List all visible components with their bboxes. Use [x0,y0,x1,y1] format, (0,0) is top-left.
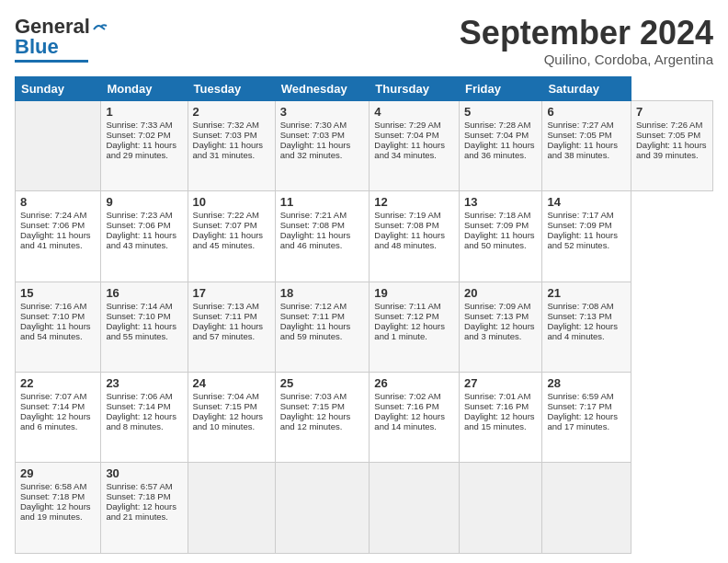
day-info: Sunrise: 7:33 AM [106,120,182,130]
day-number: 10 [193,195,270,209]
day-info: Daylight: 12 hours [193,411,270,421]
day-info: and 59 minutes. [280,331,365,341]
calendar-cell: 8Sunrise: 7:24 AMSunset: 7:06 PMDaylight… [16,191,101,282]
day-number: 2 [193,105,270,119]
day-info: Sunset: 7:06 PM [106,220,182,230]
calendar-cell: 25Sunrise: 7:03 AMSunset: 7:15 PMDayligh… [275,373,370,463]
day-number: 17 [193,286,270,300]
day-info: Sunrise: 6:58 AM [20,481,96,491]
day-number: 27 [464,376,537,390]
day-info: and 57 minutes. [193,331,270,341]
top-section: General Blue September 2024 Quilino, Cor… [15,15,713,67]
day-info: Daylight: 11 hours [280,140,365,150]
day-info: and 48 minutes. [374,240,454,250]
day-info: Sunrise: 7:06 AM [106,391,182,401]
day-info: Daylight: 11 hours [280,230,365,240]
calendar-cell: 28Sunrise: 6:59 AMSunset: 7:17 PMDayligh… [542,373,631,463]
day-info: Daylight: 11 hours [547,140,626,150]
day-info: Sunrise: 6:57 AM [106,481,182,491]
logo-blue: Blue [15,35,108,59]
day-info: and 3 minutes. [464,331,537,341]
day-info: Daylight: 11 hours [106,321,182,331]
day-number: 24 [193,376,270,390]
day-number: 16 [106,286,182,300]
day-number: 21 [547,286,626,300]
day-info: and 31 minutes. [193,150,270,160]
day-info: Sunset: 7:12 PM [374,311,454,321]
day-info: Sunset: 7:05 PM [547,130,626,140]
day-info: Sunrise: 7:26 AM [636,120,708,130]
day-info: Daylight: 11 hours [374,230,454,240]
day-info: Sunset: 7:04 PM [464,130,537,140]
calendar-week-1: 8Sunrise: 7:24 AMSunset: 7:06 PMDaylight… [16,191,713,282]
calendar-cell: 14Sunrise: 7:17 AMSunset: 7:09 PMDayligh… [542,191,631,282]
day-info: Sunrise: 7:19 AM [374,210,454,220]
calendar-header-saturday: Saturday [542,76,631,100]
day-info: Sunset: 7:04 PM [374,130,454,140]
logo: General Blue [15,15,108,63]
calendar-header-friday: Friday [459,76,541,100]
day-number: 11 [280,195,365,209]
calendar-cell [275,463,370,554]
calendar-header-tuesday: Tuesday [188,76,275,100]
calendar-cell: 22Sunrise: 7:07 AMSunset: 7:14 PMDayligh… [16,373,101,463]
calendar-cell: 11Sunrise: 7:21 AMSunset: 7:08 PMDayligh… [275,191,370,282]
day-info: Daylight: 11 hours [193,230,270,240]
day-info: Sunset: 7:06 PM [20,220,96,230]
day-number: 19 [374,286,454,300]
calendar-cell [188,463,275,554]
day-info: Sunset: 7:15 PM [280,401,365,411]
day-info: Daylight: 12 hours [106,501,182,511]
calendar-week-4: 29Sunrise: 6:58 AMSunset: 7:18 PMDayligh… [16,463,713,554]
day-info: Sunrise: 7:18 AM [464,210,537,220]
day-info: Sunrise: 7:03 AM [280,391,365,401]
day-info: Daylight: 12 hours [20,501,96,511]
day-info: Daylight: 12 hours [464,411,537,421]
title-section: September 2024 Quilino, Cordoba, Argenti… [460,15,713,67]
day-info: Daylight: 12 hours [20,411,96,421]
day-info: Sunrise: 7:12 AM [280,301,365,311]
day-info: Sunset: 7:08 PM [374,220,454,230]
calendar-cell: 21Sunrise: 7:08 AMSunset: 7:13 PMDayligh… [542,282,631,372]
calendar-cell: 16Sunrise: 7:14 AMSunset: 7:10 PMDayligh… [101,282,188,372]
day-info: and 10 minutes. [193,421,270,431]
day-info: Sunset: 7:16 PM [374,401,454,411]
calendar-week-2: 15Sunrise: 7:16 AMSunset: 7:10 PMDayligh… [16,282,713,372]
calendar-week-3: 22Sunrise: 7:07 AMSunset: 7:14 PMDayligh… [16,373,713,463]
day-number: 4 [374,105,454,119]
day-info: Sunrise: 7:17 AM [547,210,626,220]
day-info: Sunrise: 7:30 AM [280,120,365,130]
day-info: Sunset: 7:13 PM [464,311,537,321]
day-number: 30 [106,466,182,480]
day-info: Sunset: 7:09 PM [547,220,626,230]
calendar-cell: 24Sunrise: 7:04 AMSunset: 7:15 PMDayligh… [188,373,275,463]
day-info: and 50 minutes. [464,240,537,250]
day-info: and 29 minutes. [106,150,182,160]
day-info: Sunrise: 7:16 AM [20,301,96,311]
day-info: Sunrise: 7:22 AM [193,210,270,220]
calendar: SundayMondayTuesdayWednesdayThursdayFrid… [15,76,713,554]
day-info: Daylight: 11 hours [106,230,182,240]
day-info: and 38 minutes. [547,150,626,160]
day-info: Daylight: 11 hours [106,140,182,150]
day-info: Sunrise: 7:08 AM [547,301,626,311]
day-number: 8 [20,195,96,209]
day-info: and 1 minute. [374,331,454,341]
day-info: Daylight: 12 hours [547,411,626,421]
day-info: Daylight: 11 hours [193,321,270,331]
day-info: Sunset: 7:13 PM [547,311,626,321]
day-info: Daylight: 11 hours [464,230,537,240]
calendar-cell: 20Sunrise: 7:09 AMSunset: 7:13 PMDayligh… [459,282,541,372]
calendar-cell: 4Sunrise: 7:29 AMSunset: 7:04 PMDaylight… [370,100,460,190]
day-number: 15 [20,286,96,300]
calendar-cell: 9Sunrise: 7:23 AMSunset: 7:06 PMDaylight… [101,191,188,282]
calendar-cell: 10Sunrise: 7:22 AMSunset: 7:07 PMDayligh… [188,191,275,282]
day-number: 1 [106,105,182,119]
day-info: Daylight: 12 hours [464,321,537,331]
day-info: Sunrise: 7:02 AM [374,391,454,401]
calendar-cell: 17Sunrise: 7:13 AMSunset: 7:11 PMDayligh… [188,282,275,372]
calendar-header-wednesday: Wednesday [275,76,370,100]
day-info: and 46 minutes. [280,240,365,250]
day-info: and 8 minutes. [106,421,182,431]
day-number: 22 [20,376,96,390]
